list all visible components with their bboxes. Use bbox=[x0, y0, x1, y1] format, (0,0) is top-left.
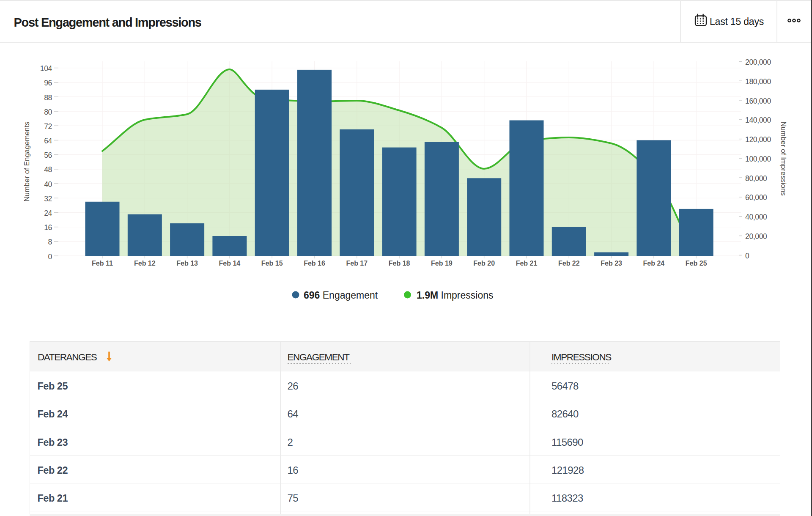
svg-text:180,000: 180,000 bbox=[745, 77, 771, 86]
svg-text:140,000: 140,000 bbox=[745, 116, 771, 124]
svg-text:1.9M Impressions: 1.9M Impressions bbox=[417, 290, 494, 301]
svg-text:Number of Impressions: Number of Impressions bbox=[779, 121, 787, 196]
svg-text:Feb 16: Feb 16 bbox=[304, 260, 325, 267]
svg-text:104: 104 bbox=[40, 64, 52, 73]
svg-text:Feb 15: Feb 15 bbox=[261, 260, 283, 267]
svg-text:16: 16 bbox=[44, 223, 52, 232]
svg-text:Feb 20: Feb 20 bbox=[473, 260, 495, 267]
svg-text:0: 0 bbox=[48, 253, 52, 261]
svg-text:80,000: 80,000 bbox=[745, 174, 767, 183]
svg-text:120,000: 120,000 bbox=[745, 135, 771, 144]
svg-text:80: 80 bbox=[44, 108, 52, 116]
svg-text:24: 24 bbox=[44, 209, 52, 217]
svg-text:0: 0 bbox=[745, 252, 749, 260]
svg-text:Feb 14: Feb 14 bbox=[219, 260, 241, 267]
svg-text:Feb 12: Feb 12 bbox=[134, 260, 156, 267]
svg-text:Feb 18: Feb 18 bbox=[389, 260, 410, 267]
svg-text:64: 64 bbox=[44, 137, 52, 145]
svg-text:100,000: 100,000 bbox=[745, 155, 771, 163]
svg-text:160,000: 160,000 bbox=[745, 97, 771, 105]
svg-text:88: 88 bbox=[44, 93, 52, 102]
svg-text:40,000: 40,000 bbox=[745, 213, 767, 221]
svg-text:20,000: 20,000 bbox=[745, 232, 767, 241]
svg-text:Feb 21: Feb 21 bbox=[516, 260, 538, 267]
svg-text:96: 96 bbox=[44, 79, 52, 87]
svg-text:696 Engagement: 696 Engagement bbox=[304, 290, 378, 301]
svg-text:56: 56 bbox=[44, 151, 52, 159]
svg-text:60,000: 60,000 bbox=[745, 193, 767, 202]
svg-text:Feb 23: Feb 23 bbox=[601, 260, 622, 267]
svg-text:Feb 19: Feb 19 bbox=[431, 260, 453, 267]
svg-text:32: 32 bbox=[44, 195, 52, 203]
svg-text:Feb 25: Feb 25 bbox=[686, 260, 707, 267]
svg-text:48: 48 bbox=[44, 165, 52, 174]
svg-text:8: 8 bbox=[48, 238, 52, 246]
svg-text:Feb 17: Feb 17 bbox=[346, 260, 368, 267]
svg-text:72: 72 bbox=[44, 122, 52, 131]
svg-text:Number of Engagements: Number of Engagements bbox=[23, 122, 31, 202]
svg-text:Feb 11: Feb 11 bbox=[92, 260, 113, 267]
svg-text:Feb 24: Feb 24 bbox=[643, 260, 665, 267]
svg-text:200,000: 200,000 bbox=[745, 58, 771, 66]
svg-text:Feb 13: Feb 13 bbox=[176, 260, 198, 267]
svg-text:Feb 22: Feb 22 bbox=[558, 260, 580, 267]
svg-text:40: 40 bbox=[44, 180, 52, 189]
